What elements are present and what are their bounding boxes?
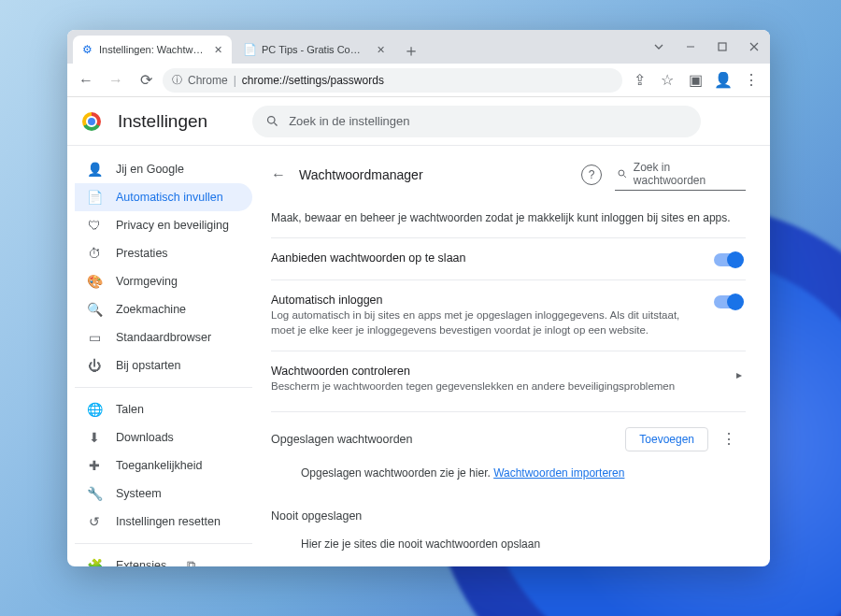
menu-icon[interactable]: ⋮ xyxy=(738,67,764,93)
forward-button[interactable]: → xyxy=(103,67,129,93)
shield-icon: 🛡 xyxy=(86,218,103,233)
tab-strip: ⚙ Instellingen: Wachtwoordmanag ✕ 📄 PC T… xyxy=(67,30,643,64)
sidebar-item-autofill[interactable]: 📄Automatisch invullen xyxy=(75,183,252,211)
svg-point-4 xyxy=(619,170,624,176)
back-button[interactable]: ← xyxy=(73,67,99,93)
svg-point-2 xyxy=(268,117,276,124)
sidebar-item-you-and-google[interactable]: 👤Jij en Google xyxy=(75,155,252,183)
open-in-new-icon: ⧉ xyxy=(187,559,195,567)
page-content: Instellingen Zoek in de instellingen 👤Ji… xyxy=(67,97,770,566)
row-sublabel: Bescherm je wachtwoorden tegen gegevensl… xyxy=(271,380,723,394)
chevron-down-icon[interactable] xyxy=(643,30,675,64)
close-icon[interactable]: ✕ xyxy=(374,43,387,56)
palette-icon: 🎨 xyxy=(86,274,103,289)
sidebar-item-accessibility[interactable]: ✚Toegankelijkheid xyxy=(75,451,252,480)
more-icon[interactable]: ⋮ xyxy=(716,430,742,448)
window-controls xyxy=(643,30,770,64)
chrome-logo-icon xyxy=(82,112,101,131)
reset-icon: ↺ xyxy=(86,514,103,529)
search-placeholder: Zoek in de instellingen xyxy=(289,114,409,128)
sidebar-item-appearance[interactable]: 🎨Vormgeving xyxy=(75,267,252,295)
power-icon: ⏻ xyxy=(86,358,103,373)
saved-passwords-header: Opgeslagen wachtwoorden Toevoegen ⋮ xyxy=(271,411,746,461)
svg-line-5 xyxy=(623,175,625,177)
row-label: Automatisch inloggen xyxy=(271,294,701,307)
minimize-button[interactable] xyxy=(675,30,706,64)
svg-rect-1 xyxy=(719,43,726,50)
toggle-auto-signin[interactable] xyxy=(714,295,742,308)
separator xyxy=(75,387,252,388)
gear-icon: ⚙ xyxy=(80,43,93,56)
help-icon[interactable]: ? xyxy=(581,165,602,185)
site-info-icon[interactable]: ⓘ xyxy=(172,73,182,87)
search-icon xyxy=(617,168,628,179)
section-description: Maak, bewaar en beheer je wachtwoorden z… xyxy=(271,211,746,224)
import-passwords-link[interactable]: Wachtwoorden importeren xyxy=(493,466,624,480)
address-bar[interactable]: ⓘ Chrome | chrome://settings/passwords xyxy=(163,68,622,93)
accessibility-icon: ✚ xyxy=(86,458,103,473)
sidebar-item-default-browser[interactable]: ▭Standaardbrowser xyxy=(75,323,252,351)
toolbar: ← → ⟳ ⓘ Chrome | chrome://settings/passw… xyxy=(67,64,770,97)
settings-main: ← Wachtwoordmanager ? Zoek in wachtwoord… xyxy=(260,146,770,566)
svg-line-3 xyxy=(275,122,278,125)
share-icon[interactable]: ⇪ xyxy=(626,67,652,93)
row-check-passwords[interactable]: Wachtwoorden controleren Bescherm je wac… xyxy=(271,351,746,408)
autofill-icon: 📄 xyxy=(86,190,103,205)
url-scheme: Chrome xyxy=(188,74,228,87)
search-icon: 🔍 xyxy=(86,302,103,317)
tab-label: PC Tips - Gratis Computer Tips. i xyxy=(262,44,368,55)
separator xyxy=(75,543,252,544)
section-label: Nooit opgeslagen xyxy=(271,509,742,523)
sidebar-item-privacy[interactable]: 🛡Privacy en beveiliging xyxy=(75,211,252,239)
reload-button[interactable]: ⟳ xyxy=(133,67,159,93)
sidebar-item-performance[interactable]: ⏱Prestaties xyxy=(75,239,252,267)
section-header: ← Wachtwoordmanager ? Zoek in wachtwoord… xyxy=(271,159,746,191)
site-icon: 📄 xyxy=(243,43,256,56)
settings-search[interactable]: Zoek in de instellingen xyxy=(252,106,701,137)
chevron-right-icon: ▸ xyxy=(736,368,742,381)
sidebar-item-reset[interactable]: ↺Instellingen resetten xyxy=(75,508,252,536)
password-search[interactable]: Zoek in wachtwoorden xyxy=(615,159,746,191)
row-auto-signin: Automatisch inloggen Log automatisch in … xyxy=(271,279,746,351)
url-path: chrome://settings/passwords xyxy=(242,74,384,87)
reading-list-icon[interactable]: ▣ xyxy=(682,67,708,93)
wrench-icon: 🔧 xyxy=(86,486,103,501)
saved-passwords-empty: Opgeslagen wachtwoorden zie je hier. Wac… xyxy=(271,461,746,500)
globe-icon: 🌐 xyxy=(86,402,103,417)
download-icon: ⬇ xyxy=(86,430,103,445)
profile-icon[interactable]: 👤 xyxy=(710,67,736,93)
row-label: Wachtwoorden controleren xyxy=(271,365,723,378)
back-arrow-icon[interactable]: ← xyxy=(271,166,286,183)
sidebar-item-on-startup[interactable]: ⏻Bij opstarten xyxy=(75,351,252,380)
never-saved-empty: Hier zie je sites die nooit wachtwoorden… xyxy=(271,532,746,566)
section-label: Opgeslagen wachtwoorden xyxy=(271,433,625,446)
new-tab-button[interactable]: ＋ xyxy=(398,37,424,64)
speed-icon: ⏱ xyxy=(86,246,103,261)
row-sublabel: Log automatisch in bij sites en apps met… xyxy=(271,308,701,337)
extension-icon: 🧩 xyxy=(86,558,103,566)
sidebar-item-downloads[interactable]: ⬇Downloads xyxy=(75,423,252,451)
search-icon xyxy=(265,114,279,128)
titlebar: ⚙ Instellingen: Wachtwoordmanag ✕ 📄 PC T… xyxy=(67,30,770,64)
sidebar-item-languages[interactable]: 🌐Talen xyxy=(75,395,252,423)
sidebar-item-extensions[interactable]: 🧩Extensies⧉ xyxy=(75,552,252,566)
person-icon: 👤 xyxy=(86,162,103,177)
maximize-button[interactable] xyxy=(706,30,738,64)
row-label: Aanbieden wachtwoorden op te slaan xyxy=(271,251,701,265)
tab-settings[interactable]: ⚙ Instellingen: Wachtwoordmanag ✕ xyxy=(73,36,232,64)
tab-label: Instellingen: Wachtwoordmanag xyxy=(99,44,206,55)
chrome-window: ⚙ Instellingen: Wachtwoordmanag ✕ 📄 PC T… xyxy=(67,30,770,566)
close-button[interactable] xyxy=(738,30,770,64)
add-password-button[interactable]: Toevoegen xyxy=(625,427,708,451)
tab-pctips[interactable]: 📄 PC Tips - Gratis Computer Tips. i ✕ xyxy=(235,36,394,64)
row-offer-save-passwords: Aanbieden wachtwoorden op te slaan xyxy=(271,237,746,279)
toggle-offer-save[interactable] xyxy=(714,253,742,266)
sidebar-item-system[interactable]: 🔧Systeem xyxy=(75,480,252,508)
settings-header: Instellingen Zoek in de instellingen xyxy=(67,97,770,146)
close-icon[interactable]: ✕ xyxy=(211,43,224,56)
never-saved-header: Nooit opgeslagen xyxy=(271,504,746,532)
search-placeholder: Zoek in wachtwoorden xyxy=(634,161,744,187)
sidebar-item-search-engine[interactable]: 🔍Zoekmachine xyxy=(75,295,252,323)
bookmark-icon[interactable]: ☆ xyxy=(654,67,680,93)
settings-sidebar: 👤Jij en Google 📄Automatisch invullen 🛡Pr… xyxy=(67,146,260,566)
